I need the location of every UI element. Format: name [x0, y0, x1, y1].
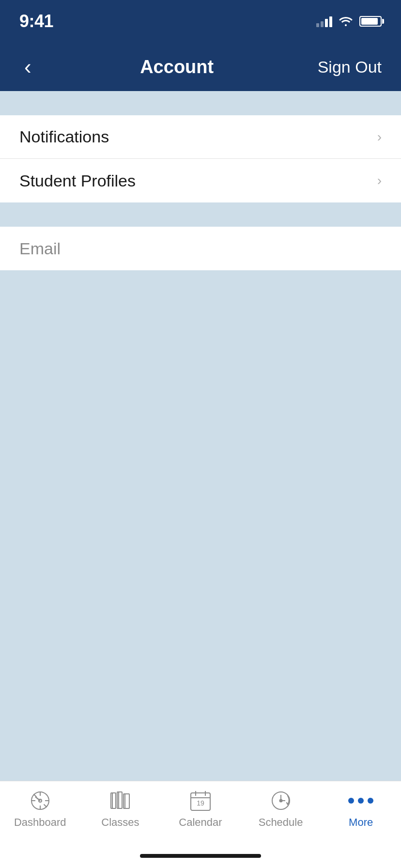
navigation-bar: ‹ Account Sign Out: [0, 43, 401, 91]
svg-text:19: 19: [197, 799, 204, 807]
more-icon: [348, 788, 373, 813]
home-indicator: [0, 844, 401, 868]
notifications-label: Notifications: [19, 127, 109, 146]
section-gap-2: [0, 202, 401, 227]
status-bar: 9:41: [0, 0, 401, 43]
svg-rect-10: [117, 792, 122, 808]
dashboard-tab-label: Dashboard: [14, 816, 66, 829]
tab-calendar[interactable]: 19 Calendar: [167, 788, 234, 829]
student-profiles-label: Student Profiles: [19, 171, 136, 190]
svg-rect-11: [123, 794, 129, 808]
calendar-icon: 19: [188, 788, 213, 813]
student-profiles-chevron-icon: ›: [377, 173, 382, 188]
settings-list: Notifications › Student Profiles ›: [0, 115, 401, 202]
student-profiles-item[interactable]: Student Profiles ›: [0, 159, 401, 202]
tab-bar: Dashboard Classes 19: [0, 781, 401, 844]
sign-out-button[interactable]: Sign Out: [318, 58, 382, 77]
status-icons: [316, 16, 382, 27]
wifi-icon: [338, 16, 354, 27]
notifications-item[interactable]: Notifications ›: [0, 115, 401, 159]
schedule-icon: [268, 788, 293, 813]
email-label: Email: [19, 239, 61, 258]
classes-icon: [108, 788, 133, 813]
main-content: [0, 270, 401, 781]
tab-classes[interactable]: Classes: [86, 788, 154, 829]
svg-rect-9: [111, 793, 116, 808]
svg-line-7: [44, 805, 46, 807]
page-title: Account: [140, 57, 214, 78]
tab-dashboard[interactable]: Dashboard: [6, 788, 74, 829]
dashboard-icon: [28, 788, 53, 813]
calendar-tab-label: Calendar: [179, 816, 222, 829]
section-gap-1: [0, 91, 401, 115]
tab-more[interactable]: More: [327, 788, 395, 829]
notifications-chevron-icon: ›: [377, 129, 382, 145]
more-tab-label: More: [349, 816, 373, 829]
status-time: 9:41: [19, 11, 53, 31]
email-section: Email: [0, 227, 401, 270]
svg-line-8: [35, 797, 40, 801]
back-button[interactable]: ‹: [19, 50, 36, 84]
battery-icon: [359, 16, 382, 27]
tab-schedule[interactable]: Schedule: [247, 788, 315, 829]
classes-tab-label: Classes: [101, 816, 139, 829]
email-item: Email: [0, 227, 401, 270]
signal-icon: [316, 16, 332, 27]
schedule-tab-label: Schedule: [259, 816, 303, 829]
svg-line-6: [33, 794, 36, 797]
home-bar: [140, 854, 261, 858]
